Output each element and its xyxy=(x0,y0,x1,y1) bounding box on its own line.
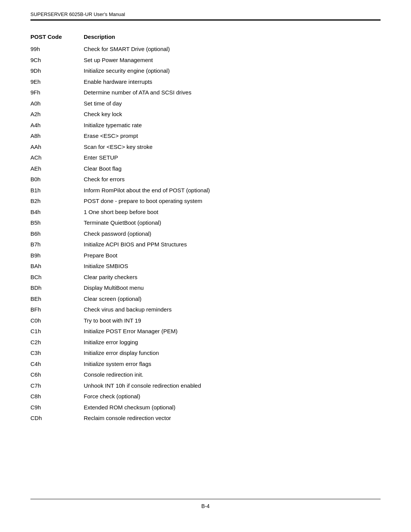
description-cell: Set up Power Management xyxy=(84,55,381,66)
description-cell: Clear Boot flag xyxy=(84,163,381,174)
post-code-cell: B2h xyxy=(30,196,84,207)
table-row: 9DhInitialize security engine (optional) xyxy=(30,66,381,77)
header-title: SUPERSERVER 6025B-UR User's Manual xyxy=(30,11,125,17)
post-code-cell: B4h xyxy=(30,207,84,218)
post-code-cell: C1h xyxy=(30,326,84,337)
description-cell: Terminate QuietBoot (optional) xyxy=(84,217,381,228)
table-row: B1hInform RomPilot about the end of POST… xyxy=(30,185,381,196)
table-row: BEhClear screen (optional) xyxy=(30,294,381,305)
description-cell: Initialize system error flags xyxy=(84,359,381,370)
description-cell: Reclaim console redirection vector xyxy=(84,413,381,424)
description-cell: Initialize error display function xyxy=(84,348,381,359)
description-cell: Erase <ESC> prompt xyxy=(84,131,381,142)
table-row: C8hForce check (optional) xyxy=(30,391,381,402)
post-code-cell: B7h xyxy=(30,239,84,250)
table-row: A2hCheck key lock xyxy=(30,109,381,120)
table-row: BAhInitialize SMBIOS xyxy=(30,261,381,272)
table-row: AEhClear Boot flag xyxy=(30,163,381,174)
description-cell: Clear parity checkers xyxy=(84,272,381,283)
table-row: B7hInitialize ACPI BIOS and PPM Structur… xyxy=(30,239,381,250)
description-cell: Enter SETUP xyxy=(84,152,381,163)
table-row: 99hCheck for SMART Drive (optional) xyxy=(30,44,381,55)
post-code-cell: A0h xyxy=(30,98,84,109)
description-cell: Unhook INT 10h if console redirection en… xyxy=(84,380,381,391)
description-cell: Initialize SMBIOS xyxy=(84,261,381,272)
post-code-cell: 9Dh xyxy=(30,66,84,77)
description-cell: Prepare Boot xyxy=(84,250,381,261)
post-code-cell: BDh xyxy=(30,283,84,294)
table-row: C9hExtended ROM checksum (optional) xyxy=(30,402,381,413)
description-cell: Extended ROM checksum (optional) xyxy=(84,402,381,413)
post-code-cell: C6h xyxy=(30,369,84,380)
post-code-cell: A4h xyxy=(30,120,84,131)
footer-divider xyxy=(30,499,381,499)
post-code-cell: AEh xyxy=(30,163,84,174)
description-cell: Console redirection init. xyxy=(84,369,381,380)
description-cell: Initialize ACPI BIOS and PPM Structures xyxy=(84,239,381,250)
post-code-cell: B0h xyxy=(30,174,84,185)
table-row: B2hPOST done - prepare to boot operating… xyxy=(30,196,381,207)
description-cell: Scan for <ESC> key stroke xyxy=(84,142,381,153)
table-row: 9FhDetermine number of ATA and SCSI driv… xyxy=(30,87,381,98)
table-body: 99hCheck for SMART Drive (optional)9ChSe… xyxy=(30,44,381,424)
description-cell: Inform RomPilot about the end of POST (o… xyxy=(84,185,381,196)
post-code-cell: B6h xyxy=(30,228,84,240)
description-cell: Check key lock xyxy=(84,109,381,120)
description-cell: Enable hardware interrupts xyxy=(84,77,381,88)
post-code-cell: BCh xyxy=(30,272,84,283)
post-code-cell: BEh xyxy=(30,294,84,305)
table-row: 9EhEnable hardware interrupts xyxy=(30,77,381,88)
table-row: C1hInitialize POST Error Manager (PEM) xyxy=(30,326,381,337)
description-cell: Clear screen (optional) xyxy=(84,294,381,305)
table-row: BFhCheck virus and backup reminders xyxy=(30,304,381,315)
col-header-code: POST Code xyxy=(30,32,84,44)
post-code-cell: A2h xyxy=(30,109,84,120)
table-container: POST Code Description 99hCheck for SMART… xyxy=(30,32,381,484)
post-code-cell: BFh xyxy=(30,304,84,315)
table-row: B6hCheck password (optional) xyxy=(30,228,381,240)
table-row: A8hErase <ESC> prompt xyxy=(30,131,381,142)
table-row: BChClear parity checkers xyxy=(30,272,381,283)
description-cell: Try to boot with INT 19 xyxy=(84,315,381,326)
description-cell: Display MultiBoot menu xyxy=(84,283,381,294)
table-row: CDhReclaim console redirection vector xyxy=(30,413,381,424)
table-row: B0hCheck for errors xyxy=(30,174,381,185)
table-row: B9hPrepare Boot xyxy=(30,250,381,261)
description-cell: POST done - prepare to boot operating sy… xyxy=(84,196,381,207)
post-table: POST Code Description 99hCheck for SMART… xyxy=(30,32,381,424)
post-code-cell: BAh xyxy=(30,261,84,272)
table-row: C0hTry to boot with INT 19 xyxy=(30,315,381,326)
post-code-cell: 9Eh xyxy=(30,77,84,88)
table-row: C2hInitialize error logging xyxy=(30,337,381,348)
page-footer: B-4 xyxy=(30,499,381,509)
table-row: A4hInitialize typematic rate xyxy=(30,120,381,131)
post-code-cell: C4h xyxy=(30,359,84,370)
table-row: C6hConsole redirection init. xyxy=(30,369,381,380)
description-cell: Check for SMART Drive (optional) xyxy=(84,44,381,55)
description-cell: Initialize typematic rate xyxy=(84,120,381,131)
page-header: SUPERSERVER 6025B-UR User's Manual xyxy=(30,11,381,17)
post-code-cell: B5h xyxy=(30,217,84,228)
description-cell: Initialize security engine (optional) xyxy=(84,66,381,77)
table-row: A0hSet time of day xyxy=(30,98,381,109)
table-row: BDhDisplay MultiBoot menu xyxy=(30,283,381,294)
table-row: AAhScan for <ESC> key stroke xyxy=(30,142,381,153)
post-code-cell: C8h xyxy=(30,391,84,402)
post-code-cell: B9h xyxy=(30,250,84,261)
table-row: C3hInitialize error display function xyxy=(30,348,381,359)
description-cell: Check virus and backup reminders xyxy=(84,304,381,315)
post-code-cell: AAh xyxy=(30,142,84,153)
post-code-cell: B1h xyxy=(30,185,84,196)
table-row: B5hTerminate QuietBoot (optional) xyxy=(30,217,381,228)
description-cell: Force check (optional) xyxy=(84,391,381,402)
description-cell: Check password (optional) xyxy=(84,228,381,240)
description-cell: Initialize error logging xyxy=(84,337,381,348)
table-row: AChEnter SETUP xyxy=(30,152,381,163)
post-code-cell: 9Fh xyxy=(30,87,84,98)
post-code-cell: A8h xyxy=(30,131,84,142)
header-divider xyxy=(30,19,381,21)
post-code-cell: 99h xyxy=(30,44,84,55)
col-header-description: Description xyxy=(84,32,381,44)
page-number: B-4 xyxy=(201,503,210,509)
table-row: 9ChSet up Power Management xyxy=(30,55,381,66)
